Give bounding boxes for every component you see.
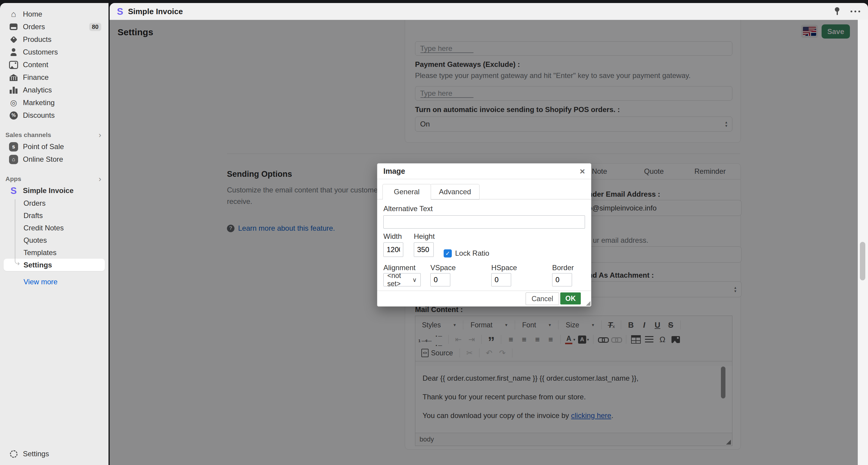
sidebar-item-label: Online Store xyxy=(23,155,63,164)
tree-connector-line xyxy=(15,199,16,260)
sidebar-item-label: Analytics xyxy=(23,86,52,94)
dialog-header: Image × xyxy=(377,164,591,179)
dialog-resize-handle[interactable] xyxy=(586,301,590,306)
close-icon[interactable]: × xyxy=(580,167,585,176)
text-input[interactable] xyxy=(495,275,508,284)
chevron-right-icon: › xyxy=(98,174,101,184)
tab-general[interactable]: General xyxy=(382,184,431,200)
app-title: Simple Invoice xyxy=(128,7,183,16)
customers-icon xyxy=(9,48,18,56)
vspace-input[interactable] xyxy=(430,273,450,287)
lock-ratio-checkbox[interactable]: ✓ xyxy=(444,250,452,258)
alignment-select[interactable]: <not set>∨ xyxy=(383,273,421,287)
vspace-label: VSpace xyxy=(430,264,456,272)
sidebar-item-label: Discounts xyxy=(23,111,55,120)
sidebar-item-content[interactable]: Content xyxy=(4,59,105,71)
sidebar-item-home[interactable]: ⌂Home xyxy=(4,8,105,21)
image-dialog: Image × General Advanced Alternative Tex… xyxy=(377,163,591,307)
products-icon xyxy=(9,37,18,42)
sidebar-item-label: Settings xyxy=(23,450,49,458)
sidebar-subitem-orders[interactable]: Orders xyxy=(4,197,105,209)
sidebar-item-label: Content xyxy=(23,61,48,69)
sidebar-item-label: Orders xyxy=(24,199,45,207)
sidebar-item-marketing[interactable]: ◎Marketing xyxy=(4,96,105,109)
alignment-label: Alignment xyxy=(383,264,415,272)
orders-count-badge: 80 xyxy=(89,23,101,31)
chevron-right-icon: › xyxy=(98,130,101,140)
apps-header[interactable]: Apps› xyxy=(0,173,108,184)
sidebar-item-orders[interactable]: Orders80 xyxy=(4,21,105,33)
sales-channels-header[interactable]: Sales channels› xyxy=(0,130,108,140)
sidebar-item-analytics[interactable]: Analytics xyxy=(4,84,105,96)
content-icon xyxy=(9,61,18,69)
sidebar-item-label: Marketing xyxy=(23,98,55,107)
sidebar-item-label: Products xyxy=(23,35,52,44)
orders-icon xyxy=(9,24,18,30)
text-input[interactable] xyxy=(387,218,582,226)
text-input[interactable] xyxy=(417,245,430,254)
view-more-label: View more xyxy=(24,278,58,286)
online-store-icon: ⌂ xyxy=(9,155,18,164)
alt-text-input[interactable] xyxy=(383,215,585,229)
sidebar-item-label: Point of Sale xyxy=(23,142,64,151)
width-label: Width xyxy=(383,232,402,241)
sidebar-item-label: Customers xyxy=(23,48,58,56)
border-label: Border xyxy=(552,264,574,272)
height-label: Height xyxy=(414,232,435,241)
sidebar-item-label: Quotes xyxy=(24,236,47,244)
sidebar-item-label: Templates xyxy=(24,248,56,257)
gear-icon xyxy=(9,450,18,458)
more-options-icon[interactable] xyxy=(850,10,860,12)
height-input[interactable] xyxy=(414,242,434,257)
view-more-link[interactable]: View more xyxy=(0,276,108,288)
chevron-down-icon: ∨ xyxy=(412,276,417,284)
sidebar-subitem-templates[interactable]: Templates xyxy=(4,246,105,259)
sidebar-item-label: Settings xyxy=(24,261,52,269)
sidebar-subitem-drafts[interactable]: Drafts xyxy=(4,209,105,222)
sidebar-subitem-credit-notes[interactable]: Credit Notes xyxy=(4,222,105,234)
hspace-input[interactable] xyxy=(491,273,511,287)
dialog-title: Image xyxy=(383,167,405,175)
text-input[interactable] xyxy=(555,275,569,284)
sidebar-item-finance[interactable]: Finance xyxy=(4,71,105,84)
sidebar-item-label: Simple Invoice xyxy=(23,187,73,195)
sidebar-item-point-of-sale[interactable]: sPoint of Sale xyxy=(4,140,105,153)
discounts-icon: % xyxy=(9,111,18,120)
app-top-bar: S Simple Invoice xyxy=(110,3,868,20)
border-input[interactable] xyxy=(552,273,572,287)
app-logo-icon: S xyxy=(117,7,123,16)
sidebar: ⌂Home Orders80 Products Customers Conten… xyxy=(0,3,108,465)
apps-label: Apps xyxy=(5,175,22,182)
analytics-icon xyxy=(9,87,18,94)
text-input[interactable] xyxy=(387,245,400,254)
window-scrollbar[interactable] xyxy=(858,20,868,465)
sidebar-item-label: Orders xyxy=(23,23,45,31)
marketing-icon: ◎ xyxy=(9,98,18,107)
lock-ratio-label: Lock Ratio xyxy=(455,249,489,258)
sidebar-subitem-quotes[interactable]: Quotes xyxy=(4,234,105,246)
sidebar-item-discounts[interactable]: %Discounts xyxy=(4,109,105,122)
sidebar-item-settings-bottom[interactable]: Settings xyxy=(4,447,105,460)
sidebar-item-products[interactable]: Products xyxy=(4,33,105,46)
width-input[interactable] xyxy=(383,242,403,257)
select-value: <not set> xyxy=(387,272,412,288)
tree-arrow-icon: › xyxy=(18,260,20,267)
sidebar-item-label: Home xyxy=(23,10,42,19)
cancel-button[interactable]: Cancel xyxy=(526,292,559,305)
pin-icon[interactable] xyxy=(834,7,840,16)
home-icon: ⌂ xyxy=(9,9,18,19)
sales-channels-label: Sales channels xyxy=(5,131,51,138)
sidebar-item-customers[interactable]: Customers xyxy=(4,46,105,59)
sidebar-item-label: Credit Notes xyxy=(24,224,64,232)
ok-button[interactable]: OK xyxy=(560,292,581,304)
hspace-label: HSpace xyxy=(491,264,517,272)
sidebar-item-simple-invoice[interactable]: SSimple Invoice xyxy=(4,184,105,197)
window-scrollbar-thumb[interactable] xyxy=(860,242,865,280)
text-input[interactable] xyxy=(434,275,447,284)
finance-icon xyxy=(9,74,18,81)
tab-advanced[interactable]: Advanced xyxy=(430,184,479,200)
footer-divider xyxy=(377,291,591,291)
sidebar-item-label: Finance xyxy=(23,73,49,81)
sidebar-item-online-store[interactable]: ⌂Online Store xyxy=(4,153,105,166)
simple-invoice-app-icon: S xyxy=(9,186,18,195)
